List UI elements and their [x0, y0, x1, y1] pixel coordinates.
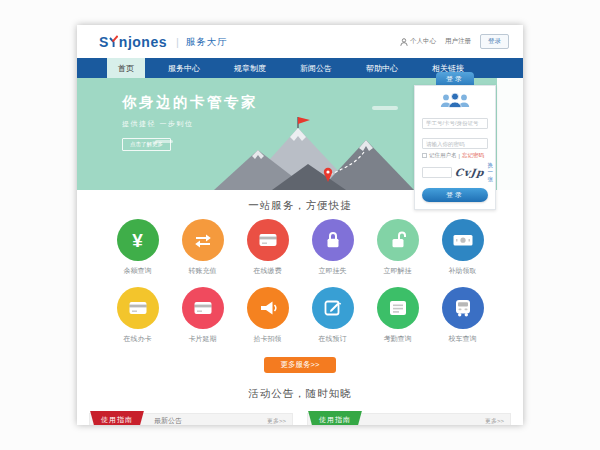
bus-icon	[442, 287, 484, 329]
card-icon	[117, 287, 159, 329]
tab-usage-guide-right[interactable]: 使用指南	[308, 411, 362, 426]
page: S njones | 服务大厅 个人中心 用户注册 登录 首页 服务中心 规章制…	[77, 25, 523, 425]
panel-right-header: 使用指南 更多>>	[307, 413, 511, 425]
banknote-icon	[442, 219, 484, 261]
captcha-image[interactable]: CvJp	[454, 167, 485, 178]
login-card: 记住用户名 | 忘记密码 CvJp 换一张 登录	[414, 85, 496, 210]
yen-icon: ¥	[117, 219, 159, 261]
service-label: 在线缴费	[254, 266, 282, 276]
header: S njones | 服务大厅 个人中心 用户注册 登录	[77, 25, 523, 58]
service-report-loss[interactable]: 立即挂失	[300, 219, 365, 276]
forgot-password-link[interactable]: 忘记密码	[462, 152, 484, 159]
site-title: 服务大厅	[186, 34, 228, 49]
service-label: 余额查询	[124, 266, 152, 276]
service-balance[interactable]: ¥ 余额查询	[105, 219, 170, 276]
activity-section: 活动公告，随时知晓 使用指南 最新公告 更多>> 使用指南 更多>>	[77, 373, 523, 425]
megaphone-icon	[247, 287, 289, 329]
register-label: 用户注册	[445, 37, 471, 46]
service-label: 在线预订	[319, 334, 347, 344]
banner-text: 你身边的卡管专家 提供捷径 一步到位 点击了解更多	[122, 93, 258, 151]
login-panel: 登录 记住用户名 | 忘记密码 CvJp 换一张	[414, 72, 496, 210]
login-tab[interactable]: 登录	[436, 72, 474, 85]
nav-item-service-center[interactable]: 服务中心	[157, 58, 211, 78]
service-transfer[interactable]: 转账充值	[170, 219, 235, 276]
service-label: 立即挂失	[319, 266, 347, 276]
tab-latest-announcements[interactable]: 最新公告	[154, 416, 182, 425]
personal-center-label: 个人中心	[410, 37, 436, 46]
banner-headline: 你身边的卡管专家	[122, 93, 258, 112]
edit-icon	[312, 287, 354, 329]
service-label: 校车查询	[449, 334, 477, 344]
panel-right: 使用指南 更多>>	[307, 413, 511, 425]
person-icon	[400, 38, 408, 46]
cloud-decoration	[372, 106, 398, 110]
logo-divider: |	[176, 36, 179, 48]
more-link-left[interactable]: 更多>>	[267, 417, 286, 426]
lock-icon	[312, 219, 354, 261]
banner-subtitle: 提供捷径 一步到位	[122, 119, 258, 129]
nav-item-news[interactable]: 新闻公告	[289, 58, 343, 78]
logo-text: S	[99, 34, 109, 50]
personal-center-link[interactable]: 个人中心	[400, 37, 436, 46]
service-label: 卡片延期	[189, 334, 217, 344]
logo[interactable]: S njones | 服务大厅	[99, 34, 228, 50]
service-unfreeze[interactable]: 立即解挂	[365, 219, 430, 276]
activity-title: 活动公告，随时知晓	[77, 386, 523, 401]
nav-item-rules[interactable]: 规章制度	[223, 58, 277, 78]
service-label: 补助领取	[449, 266, 477, 276]
services-row-2: 在线办卡 卡片延期 拾卡招领 在线预订	[77, 287, 523, 344]
service-card-extension[interactable]: 卡片延期	[170, 287, 235, 344]
service-label: 立即解挂	[384, 266, 412, 276]
remember-checkbox[interactable]	[422, 153, 427, 158]
panel-left: 使用指南 最新公告 更多>>	[89, 413, 293, 425]
users-icon	[422, 92, 488, 108]
captcha-refresh-link[interactable]: 换一张	[488, 162, 494, 183]
more-link-right[interactable]: 更多>>	[485, 417, 504, 426]
service-pay[interactable]: 在线缴费	[235, 219, 300, 276]
service-label: 在线办卡	[124, 334, 152, 344]
card-icon	[247, 219, 289, 261]
activity-panels: 使用指南 最新公告 更多>> 使用指南 更多>>	[89, 413, 511, 425]
transfer-icon	[182, 219, 224, 261]
banner-cta-button[interactable]: 点击了解更多	[122, 138, 171, 151]
remember-label: 记住用户名	[429, 152, 457, 159]
nav-item-help[interactable]: 帮助中心	[355, 58, 409, 78]
card-icon	[182, 287, 224, 329]
service-label: 转账充值	[189, 266, 217, 276]
login-submit-button[interactable]: 登录	[422, 188, 488, 202]
logo-text-rest: njones	[119, 34, 167, 50]
captcha-input[interactable]	[422, 167, 452, 178]
account-input[interactable]	[422, 118, 488, 129]
register-link[interactable]: 用户注册	[445, 37, 471, 46]
banner-right-strip	[497, 78, 523, 190]
service-label: 考勤查询	[384, 334, 412, 344]
service-attendance[interactable]: 考勤查询	[365, 287, 430, 344]
list-icon	[377, 287, 419, 329]
service-school-bus[interactable]: 校车查询	[430, 287, 495, 344]
header-login-button[interactable]: 登录	[480, 34, 509, 49]
header-links: 个人中心 用户注册 登录	[400, 34, 509, 49]
captcha-row: CvJp 换一张	[422, 162, 488, 183]
tab-usage-guide-left[interactable]: 使用指南	[90, 411, 144, 426]
services-section: 一站服务，方便快捷 ¥ 余额查询 转账充值 在线缴费	[77, 190, 523, 373]
logo-y-icon	[109, 35, 118, 48]
service-subsidy[interactable]: 补助领取	[430, 219, 495, 276]
panel-left-header: 使用指南 最新公告 更多>>	[89, 413, 293, 425]
service-found-card[interactable]: 拾卡招领	[235, 287, 300, 344]
password-input[interactable]	[422, 138, 488, 149]
services-row-1: ¥ 余额查询 转账充值 在线缴费 立即挂失	[77, 219, 523, 276]
service-apply-card[interactable]: 在线办卡	[105, 287, 170, 344]
options-divider: |	[459, 153, 460, 159]
unlock-icon	[377, 219, 419, 261]
more-services-button[interactable]: 更多服务>>	[264, 357, 336, 373]
service-label: 拾卡招领	[254, 334, 282, 344]
service-online-booking[interactable]: 在线预订	[300, 287, 365, 344]
login-options-row: 记住用户名 | 忘记密码	[422, 152, 488, 159]
nav-item-home[interactable]: 首页	[107, 58, 145, 78]
